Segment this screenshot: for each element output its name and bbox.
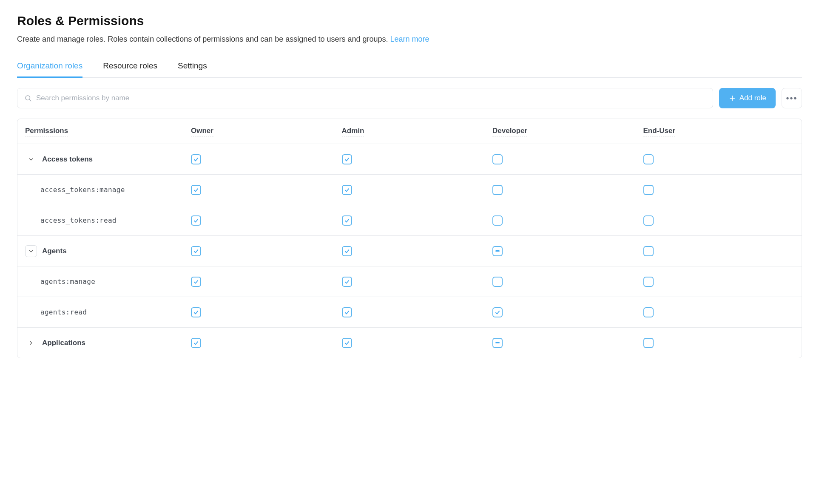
checkbox[interactable] — [492, 307, 503, 317]
checkbox[interactable] — [492, 215, 503, 226]
tab-organization-roles[interactable]: Organization roles — [17, 58, 82, 78]
checkbox[interactable] — [191, 215, 201, 226]
table-row: Access tokens — [17, 144, 802, 174]
checkbox[interactable] — [643, 277, 654, 287]
checkbox[interactable] — [191, 154, 201, 164]
checkbox[interactable] — [342, 185, 352, 195]
plus-icon — [728, 94, 736, 102]
permission-label: agents:manage — [40, 277, 95, 286]
checkbox[interactable] — [492, 277, 503, 287]
checkbox[interactable] — [643, 185, 654, 195]
tabs: Organization rolesResource rolesSettings — [17, 57, 802, 78]
tab-settings[interactable]: Settings — [178, 58, 207, 78]
permission-group: Agents — [25, 245, 191, 257]
checkbox[interactable] — [492, 185, 503, 195]
checkbox[interactable] — [342, 277, 352, 287]
table-row: agents:read — [17, 297, 802, 327]
chevron-down-icon[interactable] — [25, 245, 37, 257]
learn-more-link[interactable]: Learn more — [390, 35, 429, 43]
checkbox[interactable] — [643, 338, 654, 348]
table-row: Applications — [17, 327, 802, 358]
ellipsis-icon: ••• — [786, 93, 797, 103]
checkbox[interactable] — [643, 215, 654, 226]
checkbox[interactable] — [191, 338, 201, 348]
checkbox[interactable] — [492, 246, 503, 256]
checkbox[interactable] — [342, 307, 352, 317]
permission-label: Access tokens — [42, 155, 93, 164]
permission-item: access_tokens:manage — [25, 186, 191, 194]
permission-label: access_tokens:read — [40, 216, 117, 224]
search-icon — [24, 94, 32, 102]
checkbox[interactable] — [643, 154, 654, 164]
toolbar: Add role ••• — [17, 88, 802, 108]
checkbox[interactable] — [492, 338, 503, 348]
add-role-label: Add role — [739, 94, 766, 102]
add-role-button[interactable]: Add role — [719, 88, 776, 108]
more-button[interactable]: ••• — [782, 88, 802, 108]
permission-label: access_tokens:manage — [40, 186, 125, 194]
column-header-developer[interactable]: Developer — [492, 127, 527, 136]
checkbox[interactable] — [342, 154, 352, 164]
checkbox[interactable] — [643, 246, 654, 256]
table-row: Agents — [17, 235, 802, 266]
permission-item: access_tokens:read — [25, 216, 191, 224]
tab-resource-roles[interactable]: Resource roles — [103, 58, 157, 78]
page-title: Roles & Permissions — [17, 14, 802, 28]
checkbox[interactable] — [342, 215, 352, 226]
column-header-end-user[interactable]: End-User — [643, 127, 676, 136]
table-row: agents:manage — [17, 266, 802, 297]
table-row: access_tokens:read — [17, 205, 802, 235]
checkbox[interactable] — [191, 277, 201, 287]
column-header-owner[interactable]: Owner — [191, 127, 213, 136]
permission-group: Access tokens — [25, 153, 191, 165]
chevron-down-icon[interactable] — [25, 153, 37, 165]
permission-item: agents:manage — [25, 277, 191, 286]
column-header-admin[interactable]: Admin — [342, 127, 364, 136]
permission-group: Applications — [25, 337, 191, 349]
svg-line-1 — [29, 99, 31, 101]
column-header-permissions: Permissions — [25, 127, 68, 136]
checkbox[interactable] — [191, 307, 201, 317]
permission-label: Agents — [42, 247, 67, 255]
checkbox[interactable] — [643, 307, 654, 317]
page-subtitle: Create and manage roles. Roles contain c… — [17, 35, 802, 44]
permission-label: agents:read — [40, 308, 87, 316]
checkbox[interactable] — [191, 246, 201, 256]
chevron-right-icon[interactable] — [25, 337, 37, 349]
checkbox[interactable] — [492, 154, 503, 164]
search-wrap[interactable] — [17, 88, 713, 108]
checkbox[interactable] — [342, 338, 352, 348]
checkbox[interactable] — [191, 185, 201, 195]
permission-item: agents:read — [25, 308, 191, 316]
search-input[interactable] — [36, 94, 706, 102]
checkbox[interactable] — [342, 246, 352, 256]
permission-label: Applications — [42, 339, 85, 347]
table-row: access_tokens:manage — [17, 174, 802, 205]
permissions-table: PermissionsOwnerAdminDeveloperEnd-UserAc… — [17, 119, 802, 358]
subtitle-text: Create and manage roles. Roles contain c… — [17, 35, 390, 43]
table-header-row: PermissionsOwnerAdminDeveloperEnd-User — [17, 119, 802, 144]
